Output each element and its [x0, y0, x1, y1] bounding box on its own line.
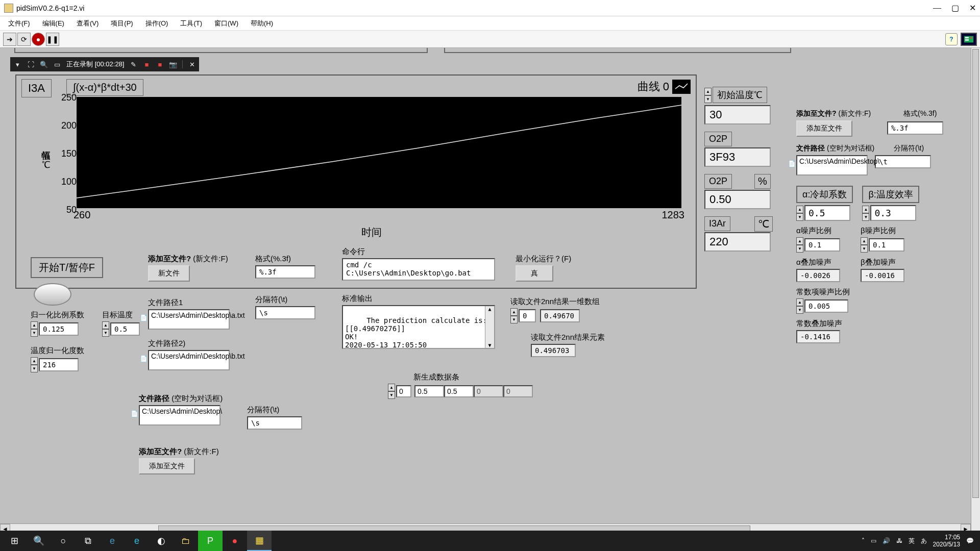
read1d-index[interactable] [519, 309, 536, 322]
path3-input[interactable]: 📄C:\Users\Admin\Desktop\ [139, 405, 220, 425]
recorder-icon[interactable]: ● [223, 531, 247, 551]
b-noise-r-label: β噪声比例 [861, 226, 904, 236]
menu-file[interactable]: 文件(F) [3, 18, 35, 29]
system-tray[interactable]: ˄ ▭ 🔊 🖧 英 あ 17:052020/5/13 💬 [862, 534, 978, 548]
taskbar-clock[interactable]: 17:052020/5/13 [933, 534, 960, 548]
sep2-input[interactable] [247, 416, 302, 430]
pause-button[interactable]: ❚❚ [46, 33, 59, 46]
run-continuous-button[interactable]: ⟳ [17, 33, 31, 46]
pencil-icon[interactable]: ✎ [129, 60, 137, 68]
path1-input[interactable]: 📄C:\Users\Admin\Desktop\a.txt [148, 309, 230, 330]
ie-icon[interactable]: e [125, 531, 149, 551]
search-icon[interactable]: 🔍 [27, 531, 51, 551]
r-path-input[interactable]: 📄C:\Users\Admin\Desktop\ [796, 155, 868, 176]
stepper[interactable]: ▲▼ [31, 321, 38, 337]
stdout-label: 标准输出 [342, 294, 495, 304]
newdata-index[interactable] [396, 385, 411, 397]
a-noise-r-input[interactable] [804, 238, 840, 252]
vertical-scrollbar[interactable] [971, 48, 980, 534]
stepper[interactable]: ▲▼ [102, 321, 109, 337]
stepper[interactable]: ▲▼ [31, 357, 38, 372]
record-pause-icon[interactable]: ■ [142, 60, 151, 68]
b-noise-r-input[interactable] [869, 238, 904, 252]
minimize-button[interactable]: — [933, 3, 941, 13]
fullscreen-icon[interactable]: ⛶ [27, 60, 35, 68]
scrollbar-thumb-v[interactable] [972, 49, 979, 498]
task-view-icon[interactable]: ⧉ [76, 531, 100, 551]
stepper[interactable]: ▲▼ [704, 88, 712, 103]
pycharm-icon[interactable]: P [198, 531, 223, 551]
chevron-down-icon[interactable]: ▾ [13, 60, 21, 68]
menu-view[interactable]: 查看(V) [71, 18, 104, 29]
camera-icon[interactable]: 📷 [169, 60, 177, 68]
newfile-button[interactable]: 新文件 [148, 265, 190, 282]
battery-icon[interactable]: ▭ [871, 537, 876, 544]
r-addfile-button[interactable]: 添加至文件 [796, 120, 852, 137]
stepper[interactable]: ▲▼ [796, 237, 803, 253]
stepper[interactable]: ▲▼ [861, 237, 868, 253]
const-r-input[interactable] [804, 299, 848, 313]
chart-plot-area[interactable] [77, 97, 681, 208]
close-recording-icon[interactable]: ✕ [188, 60, 196, 68]
chrome-icon[interactable]: ◐ [149, 531, 174, 551]
stepper[interactable]: ▲▼ [796, 206, 803, 221]
cortana-icon[interactable]: ○ [51, 531, 76, 551]
norm-k-input[interactable] [39, 322, 79, 336]
network-icon[interactable]: 🖧 [896, 537, 902, 544]
ime-kana-indicator[interactable]: あ [921, 537, 927, 545]
menu-operate[interactable]: 操作(O) [140, 18, 174, 29]
stepper[interactable]: ▲▼ [862, 206, 869, 221]
newdata-v1[interactable] [414, 385, 444, 397]
svg-rect-1 [965, 37, 969, 38]
r-fmt-input[interactable] [887, 121, 943, 135]
start-button[interactable]: ⊞ [2, 531, 27, 551]
context-help-icon[interactable]: ? [945, 33, 958, 45]
menu-window[interactable]: 窗口(W) [209, 18, 243, 29]
path2-input[interactable]: 📄C:\Users\Admin\Desktop\b.txt [148, 350, 230, 370]
menu-tools[interactable]: 工具(T) [175, 18, 207, 29]
menu-project[interactable]: 项目(P) [106, 18, 138, 29]
run-toggle-switch[interactable] [34, 283, 71, 306]
vi-icon[interactable] [961, 33, 977, 46]
minrun-button[interactable]: 真 [516, 265, 553, 282]
target-t-input[interactable] [110, 322, 140, 336]
edge-icon[interactable]: e [100, 531, 125, 551]
maximize-button[interactable]: ▢ [951, 3, 959, 13]
newdata-v2[interactable] [444, 385, 474, 397]
stepper[interactable]: ▲▼ [388, 384, 395, 399]
menu-edit[interactable]: 编辑(E) [37, 18, 69, 29]
decorative-frame-left [14, 48, 428, 53]
stdout-textarea[interactable]: The prediction calculate is: [[0.4967027… [342, 305, 495, 349]
tray-chevron-icon[interactable]: ˄ [862, 537, 865, 544]
addfile2-button[interactable]: 添加至文件 [139, 458, 195, 474]
stepper[interactable]: ▲▼ [796, 298, 803, 314]
r-sep-input[interactable] [875, 155, 931, 168]
sep-input[interactable] [255, 306, 315, 319]
chart-title: ∫(x-α)*β*dt+30 [66, 79, 143, 96]
beta-input[interactable] [870, 205, 916, 221]
menu-help[interactable]: 帮助(H) [246, 18, 278, 29]
explorer-icon[interactable]: 🗀 [174, 531, 198, 551]
abort-button[interactable]: ● [32, 33, 45, 46]
volume-icon[interactable]: 🔊 [883, 537, 890, 544]
sep2-label: 分隔符(\t) [247, 405, 302, 415]
close-button[interactable]: ✕ [969, 3, 976, 13]
alpha-input[interactable] [804, 205, 850, 221]
notifications-icon[interactable]: 💬 [966, 537, 974, 544]
cmd-input[interactable]: cmd /c C:\Users\Admin\Desktop\go.bat [342, 258, 495, 281]
stepper[interactable]: ▲▼ [510, 308, 518, 323]
chart-indicator-label: I3A [21, 79, 52, 97]
search-icon[interactable]: 🔍 [40, 60, 48, 68]
recording-toolbar[interactable]: ▾ ⛶ 🔍 ▭ 正在录制 [00:02:28] ✎ ■ ■ 📷 ✕ [10, 57, 199, 71]
run-button[interactable]: ➔ [3, 33, 16, 46]
init-temp-value[interactable]: 30 [704, 105, 771, 124]
fmt-input[interactable] [255, 265, 315, 279]
crop-icon[interactable]: ▭ [53, 60, 61, 68]
labview-taskbar-icon[interactable]: ▦ [247, 531, 272, 551]
norm-deg-input[interactable] [39, 358, 79, 371]
ime-indicator[interactable]: 英 [909, 537, 915, 545]
scrollbar-vertical[interactable]: ▲▼ [485, 306, 494, 348]
path-icon: 📄 [140, 314, 148, 321]
chart-legend[interactable]: 曲线 0 [638, 79, 691, 94]
record-stop-icon[interactable]: ■ [156, 60, 164, 68]
